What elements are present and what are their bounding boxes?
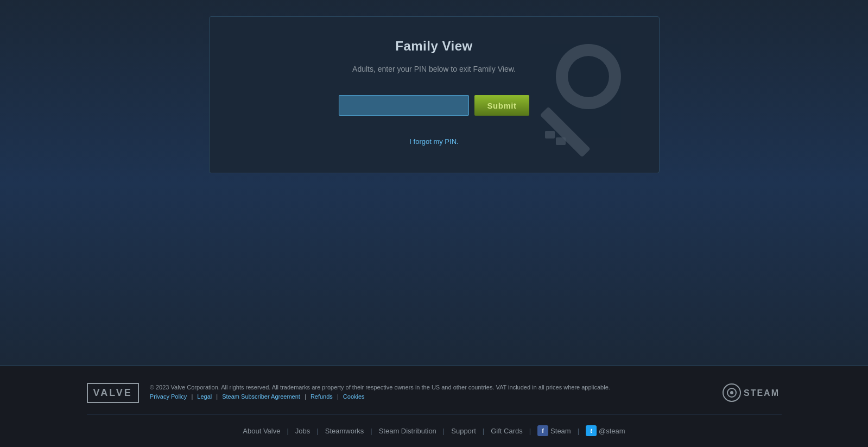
key-icon <box>518 39 626 166</box>
facebook-steam-link[interactable]: f Steam <box>531 425 578 436</box>
svg-point-7 <box>730 391 733 394</box>
steam-logo-svg: STEAM <box>722 382 782 403</box>
footer-copyright: © 2023 Valve Corporation. All rights res… <box>150 383 722 402</box>
facebook-label: Steam <box>550 427 571 435</box>
valve-logo-text: VALVE <box>93 387 132 399</box>
subscriber-agreement-link[interactable]: Steam Subscriber Agreement <box>222 393 300 400</box>
footer-bottom: About Valve | Jobs | Steamworks | Steam … <box>87 414 782 436</box>
footer-top-links: Privacy Policy | Legal | Steam Subscribe… <box>150 393 365 400</box>
pin-input[interactable] <box>339 95 469 116</box>
about-valve-link[interactable]: About Valve <box>236 427 287 435</box>
main-content: Family View Adults, enter your PIN below… <box>0 0 868 366</box>
svg-rect-4 <box>556 137 566 145</box>
steam-distribution-link[interactable]: Steam Distribution <box>372 427 443 435</box>
footer: VALVE © 2023 Valve Corporation. All righ… <box>0 366 868 447</box>
family-view-box: Family View Adults, enter your PIN below… <box>209 16 660 173</box>
cookies-link[interactable]: Cookies <box>343 393 365 400</box>
facebook-icon: f <box>537 425 548 436</box>
twitter-icon: t <box>586 425 597 436</box>
twitter-steam-link[interactable]: t @steam <box>579 425 632 436</box>
svg-rect-3 <box>545 131 555 138</box>
refunds-link[interactable]: Refunds <box>311 393 333 400</box>
privacy-policy-link[interactable]: Privacy Policy <box>150 393 187 400</box>
steamworks-link[interactable]: Steamworks <box>319 427 371 435</box>
footer-left: VALVE © 2023 Valve Corporation. All righ… <box>87 383 722 403</box>
svg-text:STEAM: STEAM <box>744 388 780 398</box>
steam-logo-right: STEAM <box>722 382 782 403</box>
footer-top: VALVE © 2023 Valve Corporation. All righ… <box>87 382 782 414</box>
copyright-text: © 2023 Valve Corporation. All rights res… <box>150 384 610 391</box>
support-link[interactable]: Support <box>445 427 483 435</box>
valve-logo: VALVE <box>87 383 139 403</box>
footer-inner: VALVE © 2023 Valve Corporation. All righ… <box>54 382 814 436</box>
svg-point-1 <box>568 56 609 97</box>
legal-link[interactable]: Legal <box>197 393 212 400</box>
jobs-link[interactable]: Jobs <box>289 427 316 435</box>
gift-cards-link[interactable]: Gift Cards <box>484 427 529 435</box>
twitter-label: @steam <box>599 427 625 435</box>
